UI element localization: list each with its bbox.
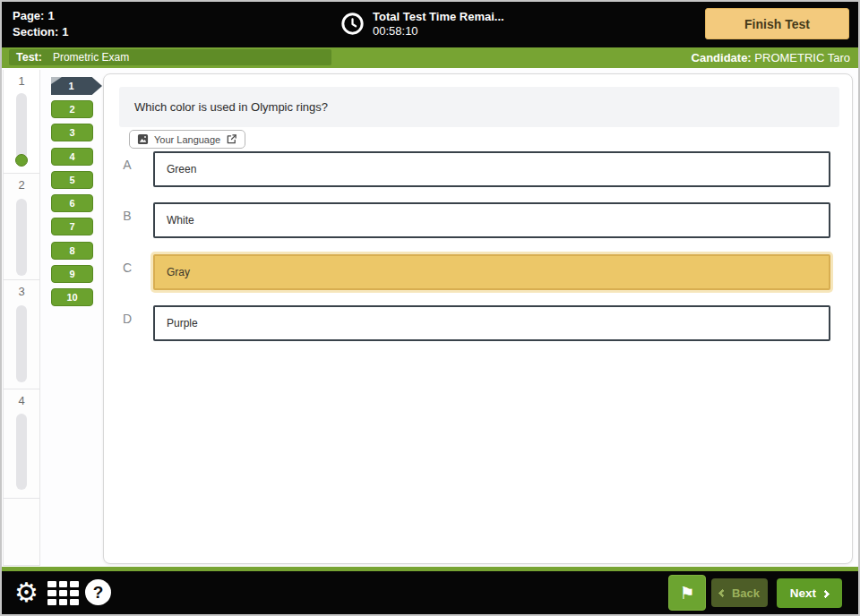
your-language-button[interactable]: Your Language [129,130,245,149]
flag-icon: ⚑ [679,583,694,603]
page-nav-number: 1 [4,74,39,88]
chevron-right-icon [821,589,830,598]
question-button-2[interactable]: 2 [51,100,93,118]
your-language-label: Your Language [154,134,220,145]
test-name: Prometric Exam [53,51,129,64]
question-review-grid-button[interactable] [47,581,79,605]
page-navigator: 1 2 3 4 [3,70,40,566]
candidate-label: Candidate: [692,51,752,64]
question-button-8[interactable]: 8 [51,242,93,260]
option-row-d: D Purple [120,305,830,341]
page-section-info: Page:1 Section:1 [13,8,73,40]
bottom-bar: ⚙ ? ⚑ Back Next [2,571,858,614]
flag-question-button[interactable]: ⚑ [668,575,706,611]
top-bar: Page:1 Section:1 Total Test Time Remai..… [2,2,858,47]
question-text: Which color is used in Olympic rings? [134,100,328,114]
option-b-white[interactable]: White [153,202,830,238]
page-progress-track [16,93,27,159]
question-button-1-current[interactable]: 1 [51,77,102,95]
image-icon [137,133,149,145]
candidate-name: PROMETRIC Taro [754,51,850,64]
option-row-a: A Green [120,151,830,187]
grid-icon [47,581,56,587]
page-progress-track [16,305,27,382]
question-icon: ? [93,583,104,603]
page-nav-item-1[interactable]: 1 [4,70,39,174]
option-letter: B [120,209,134,223]
timer-title: Total Test Time Remai... [373,10,504,24]
test-name-strip: Test:Prometric Exam [9,49,331,65]
timer-value: 00:58:10 [373,24,504,38]
page-nav-item-2[interactable]: 2 [4,174,39,280]
page-nav-number: 2 [4,178,39,192]
option-row-c: C Gray [120,254,830,290]
question-panel: Which color is used in Olympic rings? Yo… [103,73,853,564]
next-button[interactable]: Next [777,578,842,608]
page-nav-item-3[interactable]: 3 [4,280,39,389]
candidate-info: Candidate: PROMETRIC Taro [692,50,850,65]
page-nav-item-4[interactable]: 4 [4,389,39,499]
exam-screen: Page:1 Section:1 Total Test Time Remai..… [0,0,860,616]
question-button-7[interactable]: 7 [51,218,93,235]
external-link-icon [226,133,237,145]
page-nav-number: 3 [4,285,39,298]
option-letter: A [120,158,134,172]
page-nav-number: 4 [4,394,39,407]
page-indicator: Page:1 [13,8,73,24]
option-d-purple[interactable]: Purple [153,305,830,341]
option-row-b: B White [120,202,830,238]
option-c-gray-selected[interactable]: Gray [153,254,830,290]
page-progress-track [16,414,27,490]
question-button-5[interactable]: 5 [51,171,93,189]
test-bar: Test:Prometric Exam Candidate: PROMETRIC… [2,47,858,68]
gear-icon: ⚙ [14,578,39,607]
option-letter: C [120,261,134,275]
question-button-6[interactable]: 6 [51,194,93,212]
back-button[interactable]: Back [711,578,768,607]
question-navigator: 1 2 3 4 5 6 7 8 9 10 [51,77,103,312]
chevron-left-icon [718,589,727,598]
question-button-9[interactable]: 9 [51,265,93,283]
option-a-green[interactable]: Green [153,151,830,187]
current-position-dot [15,154,28,167]
finish-test-button[interactable]: Finish Test [705,8,849,39]
timer: Total Test Time Remai... 00:58:10 [340,10,504,38]
timer-text: Total Test Time Remai... 00:58:10 [373,10,504,38]
back-label: Back [732,586,760,600]
option-letter: D [120,312,134,326]
question-button-4[interactable]: 4 [51,148,93,166]
help-button[interactable]: ? [85,579,111,605]
clock-icon [340,12,365,36]
section-indicator: Section:1 [13,24,73,40]
test-label: Test: [16,51,42,64]
settings-button[interactable]: ⚙ [14,579,39,606]
question-text-band: Which color is used in Olympic rings? [119,87,839,127]
question-button-10[interactable]: 10 [51,288,93,306]
question-button-3[interactable]: 3 [51,124,93,141]
next-label: Next [790,586,816,600]
page-progress-track [16,199,27,276]
